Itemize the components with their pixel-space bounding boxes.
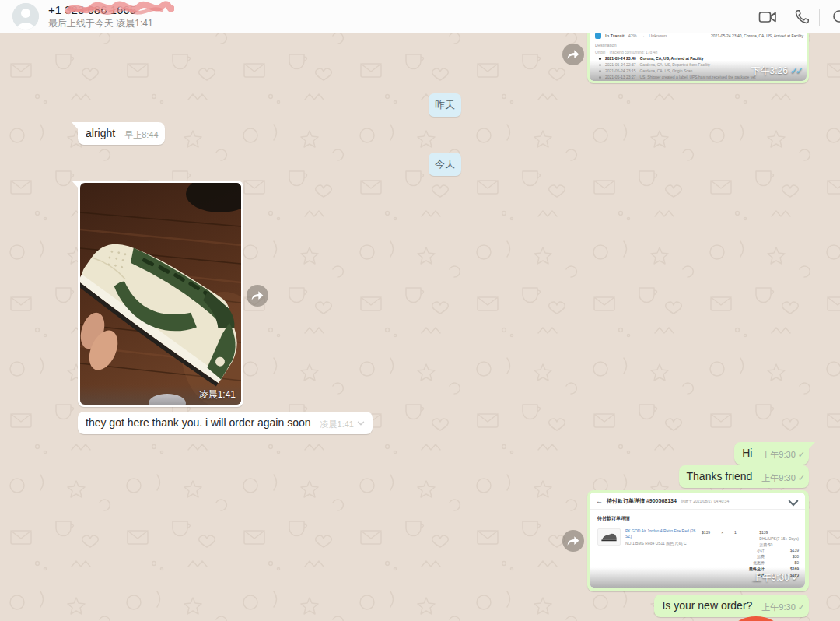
tracking-latest-event: 2021-05-24 23:40, Corona, CA, US, Arrive… xyxy=(711,33,803,38)
sent-checkmark-icon: ✓ xyxy=(798,602,803,612)
shoe-photo-image[interactable]: 凌晨1:41 xyxy=(80,183,241,405)
order-screenshot-image[interactable]: ← 待付款订单详情 #900568134 创建于 2021/08/27 04:4… xyxy=(590,493,805,588)
message-text: Thanks friend xyxy=(687,470,753,482)
bubble-tail xyxy=(72,122,79,130)
order-title: 待付款订单详情 #900568134 xyxy=(607,497,677,505)
contact-avatar[interactable] xyxy=(12,3,39,30)
product-spec: NO.1 BMS Red4 US11 颜色 尺码 C xyxy=(625,541,697,546)
order-section-title: 待付款订单详情 xyxy=(597,515,630,522)
nike-dunk-shoe-photo xyxy=(80,183,241,405)
shoe-thumbnail-icon xyxy=(600,532,618,542)
message-menu-chevron-icon[interactable] xyxy=(355,418,366,429)
message-time: 上午9:30✓ xyxy=(761,602,803,613)
message-text: Is your new order? xyxy=(662,599,752,612)
divider xyxy=(590,509,805,510)
default-avatar-icon xyxy=(12,3,39,30)
shipping-method: DHL/UPS(7-15+ Days) xyxy=(759,536,799,541)
voice-call-button[interactable] xyxy=(785,0,819,33)
date-divider-yesterday: 昨天 xyxy=(429,93,461,117)
forward-button[interactable] xyxy=(562,530,584,552)
forward-arrow-icon xyxy=(567,535,579,546)
search-button[interactable] xyxy=(820,0,840,33)
back-arrow-icon: ← xyxy=(596,497,603,505)
sent-checkmark-icon: ✓ xyxy=(792,572,800,583)
message-menu-chevron-icon[interactable] xyxy=(786,496,800,510)
message-time: 上午9:30✓ xyxy=(761,472,803,484)
origin-label: Origin · Tracking consuming: 17d 4h xyxy=(595,50,657,54)
last-seen-status: 最后上线于今天 凌晨1:41 xyxy=(48,17,153,30)
message-text: alright xyxy=(86,127,115,139)
message-new-order[interactable]: Is your new order? 上午9:30✓ xyxy=(654,595,809,617)
tracking-progress: 42% xyxy=(628,33,637,38)
message-text: they got here thank you. i will order ag… xyxy=(86,416,311,429)
event-bullet-icon xyxy=(599,58,601,60)
bubble-tail xyxy=(808,442,815,450)
tracking-status: In Transit xyxy=(605,33,625,38)
sent-checkmark-icon: ✓ xyxy=(798,473,803,482)
message-alright[interactable]: alright 早上8:44 xyxy=(78,122,165,145)
message-time: 凌晨1:41 xyxy=(199,388,236,402)
message-order-screenshot[interactable]: ← 待付款订单详情 #900568134 创建于 2021/08/27 04:4… xyxy=(587,490,809,591)
message-time: 上午9:30✓ xyxy=(753,571,800,584)
forward-button[interactable] xyxy=(247,285,268,307)
video-call-icon xyxy=(758,9,777,25)
message-time: 早上8:44 xyxy=(124,129,158,141)
product-total: $139 xyxy=(759,530,799,535)
tracking-arrow: → xyxy=(641,33,646,38)
message-time: 上午9:30✓ xyxy=(761,449,803,461)
product-price: $139 xyxy=(702,530,710,547)
message-arrived[interactable]: they got here thank you. i will order ag… xyxy=(78,412,373,434)
read-checkmarks-icon: ✓✓ xyxy=(790,65,801,76)
destination-label: Destination xyxy=(595,43,617,47)
message-text: Hi xyxy=(742,447,752,459)
bubble-tail xyxy=(72,181,79,188)
whatsapp-chat-window: +1 323 686 1665 最后上线于今天 凌晨1:41 xyxy=(0,0,840,621)
date-divider-today: 今天 xyxy=(429,153,461,176)
forward-arrow-icon xyxy=(567,49,579,60)
message-time: 凌晨1:41 xyxy=(320,419,354,430)
video-call-button[interactable] xyxy=(751,0,785,33)
forward-arrow-icon xyxy=(251,290,264,301)
message-hi[interactable]: Hi 上午9:30✓ xyxy=(734,442,809,465)
phone-text: +1 323 686 1665 xyxy=(48,3,136,16)
search-icon xyxy=(831,8,840,28)
message-time: 下午3:26✓✓ xyxy=(751,65,801,78)
voice-call-icon xyxy=(793,9,810,26)
carrier-logo-icon xyxy=(595,33,601,39)
product-name[interactable]: PK GOD Air Jordan 4 Retro Fire Red (26 S… xyxy=(625,528,697,539)
message-shoe-photo[interactable]: 凌晨1:41 xyxy=(78,181,243,407)
multiply-sign: × xyxy=(721,530,723,547)
order-created: 创建于 2021/08/27 04:40:34 xyxy=(681,499,729,503)
contact-phone-number[interactable]: +1 323 686 1665 xyxy=(48,3,153,17)
message-thanks-friend[interactable]: Thanks friend 上午9:30✓ xyxy=(679,465,809,488)
sent-checkmark-icon: ✓ xyxy=(798,450,803,459)
tracking-destination-status: Unknown xyxy=(649,33,667,38)
order-product-row: PK GOD Air Jordan 4 Retro Fire Red (26 S… xyxy=(597,528,799,547)
product-thumbnail xyxy=(597,528,621,546)
forward-button[interactable] xyxy=(562,44,584,65)
product-qty: 1 xyxy=(734,530,737,547)
conversation-header: +1 323 686 1665 最后上线于今天 凌晨1:41 xyxy=(0,0,840,33)
